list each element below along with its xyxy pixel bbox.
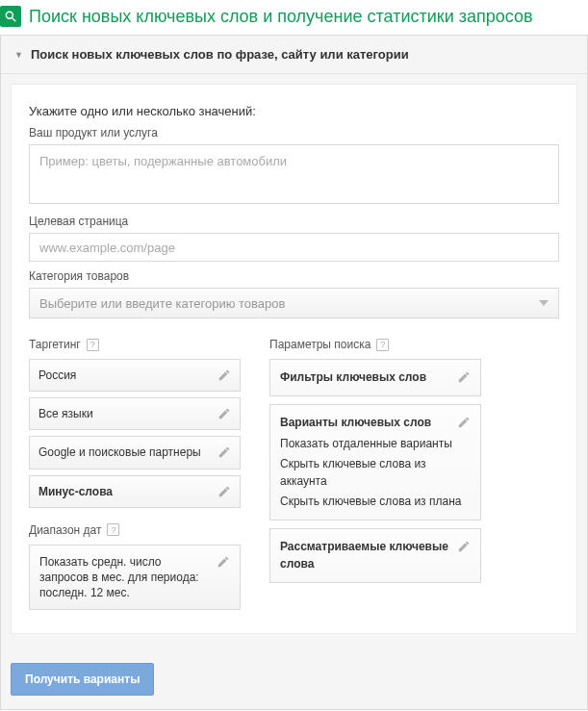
- product-input[interactable]: [29, 144, 559, 204]
- variant-item: Показать отдаленные варианты: [280, 436, 471, 452]
- chevron-down-icon: ▼: [14, 50, 23, 60]
- search-icon: [0, 6, 21, 27]
- targeting-negative-keywords[interactable]: Минус-слова: [29, 475, 241, 508]
- instruction-text: Укажите одно или несколько значений:: [29, 104, 559, 118]
- help-icon[interactable]: ?: [107, 523, 119, 536]
- pencil-icon: [217, 485, 231, 498]
- category-label: Категория товаров: [29, 269, 559, 283]
- pencil-icon: [217, 445, 231, 459]
- targeting-language[interactable]: Все языки: [29, 397, 241, 430]
- date-range-label: Диапазон дат ?: [29, 523, 241, 537]
- page-title: Поиск новых ключевых слов и получение ст…: [29, 7, 533, 27]
- pencil-icon: [457, 416, 471, 429]
- targeting-location[interactable]: Россия: [29, 359, 241, 392]
- url-input[interactable]: [29, 233, 559, 262]
- variant-item: Скрыть ключевые слова из плана: [280, 494, 471, 510]
- svg-point-0: [6, 12, 13, 18]
- pencil-icon: [457, 540, 471, 553]
- help-icon[interactable]: ?: [87, 339, 99, 351]
- submit-button[interactable]: Получить варианты: [11, 663, 154, 696]
- variant-item: Скрыть ключевые слова из аккаунта: [280, 456, 471, 490]
- search-params-label: Параметры поиска ?: [269, 338, 481, 351]
- page-header: Поиск новых ключевых слов и получение ст…: [0, 0, 588, 35]
- product-label: Ваш продукт или услуга: [29, 126, 559, 140]
- considered-keywords-card[interactable]: Рассматриваемые ключевые слова: [269, 528, 481, 583]
- pencil-icon: [217, 555, 230, 569]
- category-select[interactable]: Выберите или введите категорию товаров: [29, 288, 559, 318]
- help-icon[interactable]: ?: [376, 339, 389, 351]
- pencil-icon: [217, 407, 231, 420]
- keyword-variants-card[interactable]: Варианты ключевых слов Показать отдаленн…: [269, 404, 481, 521]
- left-column: Таргетинг ? Россия Все языки Google и по…: [29, 338, 241, 610]
- date-range-box[interactable]: Показать средн. число запросов в мес. дл…: [29, 545, 241, 611]
- url-label: Целевая страница: [29, 215, 559, 228]
- targeting-network[interactable]: Google и поисковые партнеры: [29, 436, 241, 469]
- keyword-filters-card[interactable]: Фильтры ключевых слов: [269, 359, 481, 396]
- targeting-label: Таргетинг ?: [29, 338, 241, 351]
- form-body: Укажите одно или несколько значений: Ваш…: [11, 84, 577, 634]
- right-column: Параметры поиска ? Фильтры ключевых слов…: [269, 338, 481, 610]
- category-placeholder: Выберите или введите категорию товаров: [39, 296, 285, 311]
- pencil-icon: [457, 370, 471, 384]
- accordion-title: Поиск новых ключевых слов по фразе, сайт…: [31, 47, 409, 62]
- chevron-down-icon: [539, 300, 549, 306]
- main-panel: ▼ Поиск новых ключевых слов по фразе, са…: [0, 35, 588, 710]
- pencil-icon: [217, 368, 231, 382]
- accordion-header[interactable]: ▼ Поиск новых ключевых слов по фразе, са…: [1, 36, 587, 74]
- svg-line-1: [13, 18, 16, 22]
